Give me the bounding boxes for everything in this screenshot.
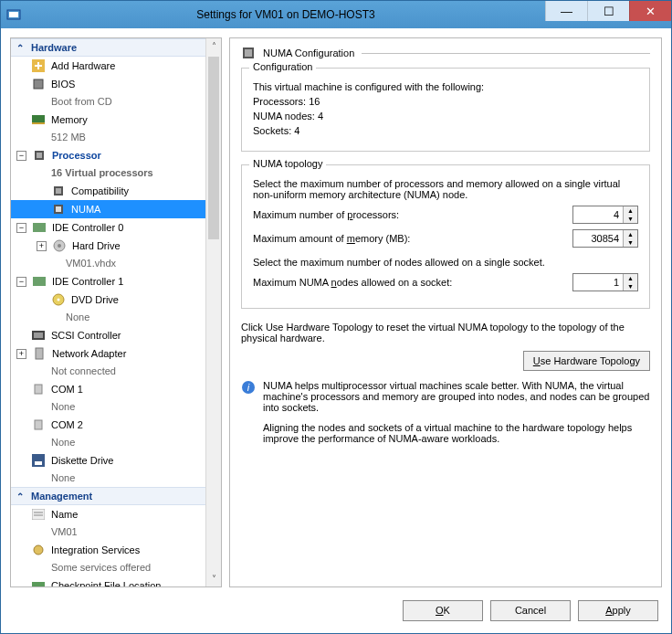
scroll-up-icon[interactable]: ˄	[206, 38, 221, 54]
max-memory-input[interactable]	[573, 230, 623, 247]
nav-com2[interactable]: COM 2	[11, 416, 205, 434]
info-text-1: NUMA helps multiprocessor virtual machin…	[263, 380, 650, 413]
nav-harddrive[interactable]: + Hard Drive	[11, 237, 205, 255]
config-intro: This virtual machine is configured with …	[253, 81, 638, 92]
spin-up-icon[interactable]: ▲	[624, 274, 637, 282]
controller-icon	[32, 220, 47, 235]
nav-memory-detail: 512 MB	[11, 129, 205, 146]
svg-rect-1	[9, 12, 18, 17]
nav-checkpoint[interactable]: Checkpoint File Location	[11, 576, 205, 586]
apply-button[interactable]: Apply	[578, 600, 658, 621]
collapse-icon[interactable]: −	[16, 151, 26, 161]
network-icon	[32, 346, 47, 361]
nav-com2-detail: None	[11, 434, 205, 451]
tree-scrollbar[interactable]: ˄ ˅	[205, 38, 221, 586]
configuration-legend: Configuration	[249, 61, 316, 72]
scsi-icon	[31, 328, 46, 343]
memory-icon	[31, 112, 46, 127]
configuration-group: Configuration This virtual machine is co…	[241, 68, 650, 152]
spin-down-icon[interactable]: ▼	[624, 282, 637, 291]
max-processors-input[interactable]	[573, 206, 623, 223]
svg-rect-23	[35, 385, 42, 394]
serial-port-icon	[31, 417, 46, 432]
max-processors-spinner[interactable]: ▲▼	[572, 206, 638, 224]
dialog-footer: OK Cancel Apply	[1, 597, 671, 633]
nav-scsi[interactable]: SCSI Controller	[11, 326, 205, 344]
max-nodes-input[interactable]	[573, 274, 623, 291]
use-hardware-topology-button[interactable]: Use Hardware Topology	[523, 351, 650, 371]
collapse-icon[interactable]: −	[16, 277, 26, 287]
spin-up-icon[interactable]: ▲	[624, 206, 637, 215]
close-button[interactable]: ✕	[629, 1, 671, 21]
collapse-icon[interactable]: −	[16, 223, 26, 233]
nav-processor[interactable]: − Processor	[11, 146, 205, 164]
max-nodes-spinner[interactable]: ▲▼	[572, 273, 638, 291]
nav-diskette-detail: None	[11, 470, 205, 487]
nav-network[interactable]: + Network Adapter	[11, 344, 205, 363]
info-text-2: Aligning the nodes and sockets of a virt…	[263, 422, 650, 444]
nav-integration[interactable]: Integration Services	[11, 541, 205, 559]
expand-icon[interactable]: +	[16, 349, 26, 359]
svg-rect-27	[32, 509, 45, 520]
nav-name-detail: VM01	[11, 523, 205, 541]
spin-down-icon[interactable]: ▼	[624, 238, 637, 247]
minimize-button[interactable]: —	[545, 1, 587, 21]
svg-rect-5	[34, 79, 43, 89]
svg-point-30	[34, 545, 43, 555]
nav-add-hardware[interactable]: Add Hardware	[11, 57, 205, 75]
nav-compatibility[interactable]: Compatibility	[11, 182, 205, 200]
svg-rect-22	[36, 348, 43, 359]
svg-rect-9	[37, 153, 42, 158]
nav-diskette[interactable]: Diskette Drive	[11, 451, 205, 470]
titlebar[interactable]: Settings for VM01 on DEMO-HOST3 — ☐ ✕	[1, 1, 671, 28]
ok-button[interactable]: OK	[403, 600, 483, 621]
nav-name[interactable]: Name	[11, 505, 205, 523]
topology-socket-intro: Select the maximum number of nodes allow…	[253, 257, 638, 268]
nav-ide1[interactable]: − IDE Controller 1	[11, 272, 205, 291]
info-icon: i	[241, 380, 256, 395]
scroll-thumb[interactable]	[208, 57, 219, 239]
serial-port-icon	[31, 382, 46, 396]
topology-intro: Select the maximum number of processors …	[253, 178, 638, 200]
section-hardware[interactable]: ⌃ Hardware	[11, 38, 205, 57]
nav-memory[interactable]: Memory	[11, 111, 205, 129]
expand-icon[interactable]: +	[37, 241, 47, 251]
window-title: Settings for VM01 on DEMO-HOST3	[26, 8, 545, 21]
svg-rect-26	[35, 461, 42, 465]
services-icon	[31, 543, 46, 557]
spin-down-icon[interactable]: ▼	[624, 215, 637, 223]
svg-rect-21	[34, 333, 43, 338]
nav-network-detail: Not connected	[11, 363, 205, 380]
svg-rect-6	[32, 115, 45, 122]
svg-point-16	[58, 244, 61, 248]
maximize-button[interactable]: ☐	[587, 1, 629, 21]
max-nodes-label: Maximum NUMA nodes allowed on a socket:	[253, 277, 572, 288]
add-hardware-icon	[31, 58, 46, 73]
chevron-up-icon: ⌃	[16, 43, 27, 53]
nav-integration-detail: Some services offered	[11, 559, 205, 576]
settings-window: Settings for VM01 on DEMO-HOST3 — ☐ ✕ ⌃ …	[0, 0, 672, 634]
nav-bios[interactable]: BIOS	[11, 75, 205, 93]
nav-ide0[interactable]: − IDE Controller 0	[11, 218, 205, 237]
section-management[interactable]: ⌃ Management	[11, 487, 205, 505]
nav-processor-detail: 16 Virtual processors	[11, 164, 205, 182]
processor-icon	[241, 46, 256, 60]
name-icon	[31, 507, 46, 522]
reset-note: Click Use Hardware Topology to reset the…	[241, 322, 650, 343]
processor-icon	[51, 184, 66, 198]
nav-bios-detail: Boot from CD	[11, 93, 205, 111]
svg-rect-31	[32, 582, 45, 586]
svg-rect-24	[35, 420, 42, 429]
config-processors: Processors: 16	[253, 96, 638, 107]
nav-com1[interactable]: COM 1	[11, 380, 205, 398]
nav-numa[interactable]: NUMA	[11, 200, 205, 218]
topology-legend: NUMA topology	[249, 158, 326, 169]
max-memory-spinner[interactable]: ▲▼	[572, 229, 638, 248]
cancel-button[interactable]: Cancel	[490, 600, 571, 621]
nav-dvd[interactable]: DVD Drive	[11, 291, 205, 309]
scroll-down-icon[interactable]: ˅	[206, 571, 221, 586]
processor-icon	[51, 202, 66, 217]
divider	[362, 53, 650, 54]
max-processors-label: Maximum number of processors:	[253, 209, 572, 220]
spin-up-icon[interactable]: ▲	[624, 230, 637, 238]
